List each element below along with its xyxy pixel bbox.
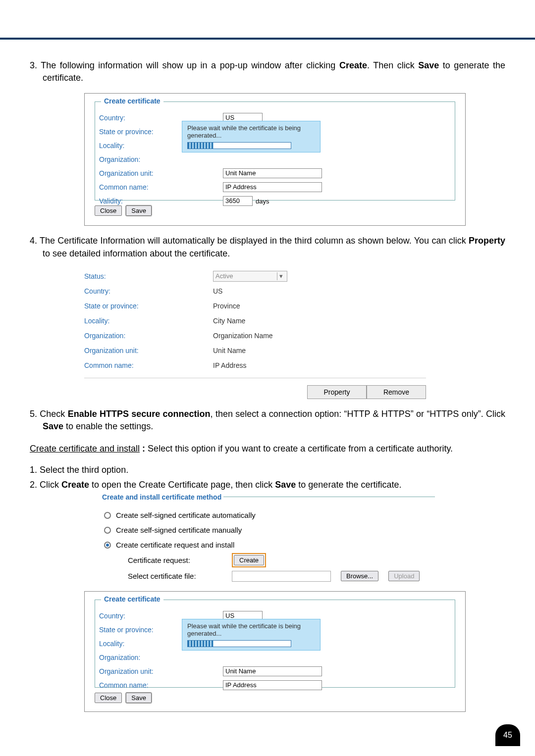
lbl-org: Organization: xyxy=(99,654,188,661)
step5-text-a: Check xyxy=(40,409,67,419)
step5-text-b: , then select a connection option: “HTTP… xyxy=(211,409,505,419)
cert-info-panel: Status: Active▾ Country:US State or prov… xyxy=(84,269,426,378)
lbl-org: Organization: xyxy=(99,155,188,163)
lbl-state: State or province: xyxy=(99,128,188,136)
stepa-text: Select the third option. xyxy=(40,465,128,475)
ival-country: US xyxy=(213,287,426,295)
orgunit-input[interactable]: Unit Name xyxy=(223,666,322,676)
lbl-orgunit: Organization unit: xyxy=(99,667,188,675)
opt1-label: Create self-signed certificate automatic… xyxy=(116,511,256,519)
stepb-bold2: Save xyxy=(275,480,296,490)
ival-locality: City Name xyxy=(213,317,426,325)
lbl-common: Common name: xyxy=(99,183,188,191)
step4-text-b: to see detailed information about the ce… xyxy=(43,249,230,258)
subheading-title: Create certificate and install xyxy=(30,444,140,454)
ilbl-common: Common name: xyxy=(84,361,213,369)
step5-bold2: Save xyxy=(43,421,63,431)
ilbl-locality: Locality: xyxy=(84,317,213,325)
cert-info-buttons: Property Remove xyxy=(84,385,426,399)
subheading-sep: : xyxy=(140,444,148,454)
opt3-label: Create certificate request and install xyxy=(116,541,234,549)
browse-button[interactable]: Browse... xyxy=(341,571,378,581)
ival-common: IP Address xyxy=(213,361,426,369)
lbl-common: Common name: xyxy=(99,681,188,689)
ival-orgunit: Unit Name xyxy=(213,347,426,354)
step-4: 4. The Certificate Information will auto… xyxy=(30,235,505,259)
chevron-down-icon: ▾ xyxy=(277,272,285,280)
step-b: 2. Click Create to open the Create Certi… xyxy=(30,479,505,491)
validity-input[interactable]: 3650 xyxy=(223,196,253,206)
radio-opt1-row[interactable]: Create self-signed certificate automatic… xyxy=(100,508,435,523)
method-block: Create and install certificate method Cr… xyxy=(99,493,436,584)
dialog-legend: Create certificate xyxy=(101,595,163,603)
step4-bold1: Property xyxy=(469,236,505,246)
wait-msg: Please wait while the certificate is bei… xyxy=(187,124,301,139)
step-3: 3. The following information will show u… xyxy=(30,59,505,84)
cert-request-label: Certificate request: xyxy=(128,556,222,564)
property-button[interactable]: Property xyxy=(307,385,367,399)
select-file-label: Select certificate file: xyxy=(128,572,222,580)
step5-bold1: Enable HTTPS secure connection xyxy=(68,409,211,419)
close-button[interactable]: Close xyxy=(95,693,122,703)
lbl-orgunit: Organization unit: xyxy=(99,169,188,177)
step-a: 1. Select the third option. xyxy=(30,464,505,476)
opt2-label: Create self-signed certificate manually xyxy=(116,526,242,534)
step3-bold2: Save xyxy=(418,60,439,70)
step-5: 5. Check Enable HTTPS secure connection,… xyxy=(30,408,505,433)
wait-overlay: Please wait while the certificate is bei… xyxy=(182,619,321,651)
ilbl-status: Status: xyxy=(84,272,213,280)
step-num: 2. xyxy=(30,480,37,490)
common-input[interactable]: IP Address xyxy=(223,182,322,192)
create-button[interactable]: Create xyxy=(234,555,264,565)
step3-text-b: . Then click xyxy=(367,60,418,70)
method-legend: Create and install certificate method xyxy=(100,493,223,501)
subheading-para: Create certificate and install : Select … xyxy=(30,443,505,455)
stepb-bold1: Create xyxy=(61,480,89,490)
radio-icon xyxy=(104,512,111,519)
step5-text-c: to enable the settings. xyxy=(63,421,153,431)
radio-icon xyxy=(104,527,111,534)
subheading-text: Select this option if you want to create… xyxy=(148,444,453,454)
radio-opt3-row[interactable]: Create certificate request and install xyxy=(100,538,435,553)
status-select[interactable]: Active▾ xyxy=(213,271,287,282)
radio-opt2-row[interactable]: Create self-signed certificate manually xyxy=(100,523,435,538)
ival-org: Organization Name xyxy=(213,332,426,340)
lbl-locality: Locality: xyxy=(99,640,188,648)
ilbl-country: Country: xyxy=(84,287,213,295)
progress-bar xyxy=(187,640,291,647)
status-value: Active xyxy=(215,272,233,280)
top-band xyxy=(0,0,535,40)
days-text: days xyxy=(256,198,269,205)
ilbl-orgunit: Organization unit: xyxy=(84,347,213,354)
orgunit-input[interactable]: Unit Name xyxy=(223,168,322,178)
common-input[interactable]: IP Address xyxy=(223,680,322,690)
ilbl-state: State or province: xyxy=(84,302,213,310)
stepb-text-a: Click xyxy=(40,480,61,490)
step-num: 5. xyxy=(30,409,37,419)
create-cert-dialog-2: Create certificate Country:US State or p… xyxy=(84,591,466,712)
create-cert-dialog-1: Create certificate Country:US State or p… xyxy=(84,93,466,226)
lbl-validity: Validity: xyxy=(99,197,188,205)
page-content: 3. The following information will show u… xyxy=(0,59,535,739)
step-num: 1. xyxy=(30,465,37,475)
dialog-legend: Create certificate xyxy=(101,97,163,105)
step-num: 4. xyxy=(30,236,37,246)
step-num: 3. xyxy=(30,60,37,70)
create-highlight: Create xyxy=(232,553,266,567)
lbl-state: State or province: xyxy=(99,626,188,634)
wait-msg: Please wait while the certificate is bei… xyxy=(187,622,301,637)
step4-text-a: The Certificate Information will automat… xyxy=(40,236,469,246)
ival-state: Province xyxy=(213,302,426,310)
lbl-country: Country: xyxy=(99,114,188,122)
stepb-text-b: to open the Create Certificate page, the… xyxy=(89,480,275,490)
progress-bar xyxy=(187,142,291,149)
step3-bold1: Create xyxy=(339,60,367,70)
stepb-text-c: to generate the certificate. xyxy=(296,480,401,490)
save-button[interactable]: Save xyxy=(126,693,152,703)
wait-overlay: Please wait while the certificate is bei… xyxy=(182,121,321,152)
upload-button[interactable]: Upload xyxy=(388,571,420,581)
file-path-input[interactable] xyxy=(232,571,331,582)
remove-button[interactable]: Remove xyxy=(367,385,426,399)
lbl-locality: Locality: xyxy=(99,142,188,150)
lbl-country: Country: xyxy=(99,612,188,620)
